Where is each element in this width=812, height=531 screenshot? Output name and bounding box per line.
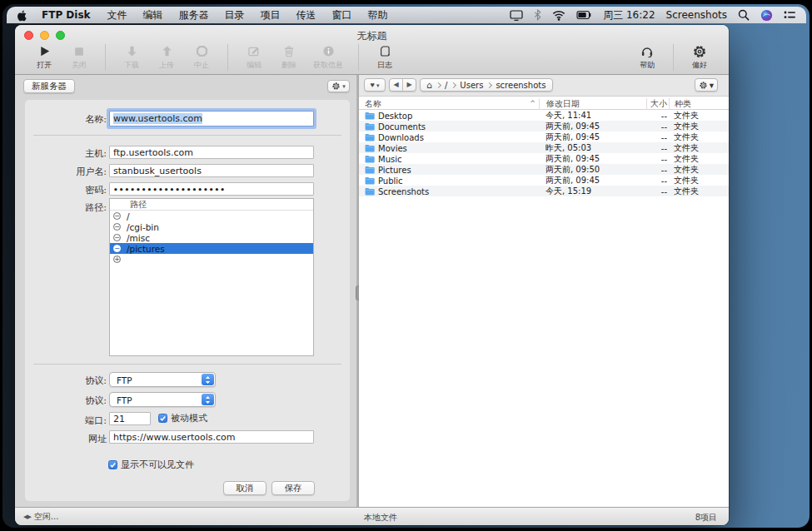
wifi-icon[interactable] <box>552 10 565 21</box>
favorites-button[interactable]: ♥ ▾ <box>364 78 386 92</box>
delete-button[interactable]: 删除 <box>273 43 305 71</box>
url-field[interactable]: https://www.usertools.com <box>109 430 314 444</box>
menu-item-help[interactable]: 帮助 <box>368 8 388 22</box>
column-header-size[interactable]: 大小 <box>646 98 669 110</box>
show-invisible-checkbox-row[interactable]: 显示不可以见文件 <box>108 459 194 471</box>
file-row[interactable]: Music 两天前, 09:45 -- 文件夹 <box>359 153 729 164</box>
cancel-button[interactable]: 取消 <box>223 481 267 495</box>
toolbar-separator <box>105 44 106 71</box>
breadcrumb-screenshots[interactable]: screenshots <box>496 80 545 90</box>
file-row[interactable]: Desktop 今天, 11:41 -- 文件夹 <box>359 110 729 121</box>
open-button[interactable]: 打开 <box>28 43 60 71</box>
display-icon[interactable] <box>510 9 523 22</box>
status-bar: ◀▶ 空闲... 本地文件 8项目 <box>15 507 729 525</box>
column-header-name[interactable]: 名称 ^ <box>359 98 539 110</box>
menu-item-server[interactable]: 服务器 <box>179 8 209 22</box>
chevron-down-icon: ▾ <box>376 82 380 88</box>
remove-path-icon[interactable]: − <box>113 212 121 220</box>
transfer-arrows-icon: ◀▶ <box>23 514 31 520</box>
folder-icon <box>365 133 375 141</box>
file-row[interactable]: Downloads 两天前, 09:45 -- 文件夹 <box>359 132 729 142</box>
path-bar: ⌂ / Users screenshots <box>420 78 553 92</box>
stop-octagon-icon <box>196 43 208 59</box>
path-row[interactable]: − /misc <box>110 232 313 243</box>
remove-path-icon[interactable]: − <box>113 245 121 252</box>
gear-icon <box>692 43 707 59</box>
chevron-down-icon: ▾ <box>710 80 714 90</box>
forward-button[interactable]: ▶ <box>403 79 416 91</box>
menu-bar: FTP Disk 文件 编辑 服务器 目录 项目 传送 窗口 帮助 周三 16:… <box>7 7 806 23</box>
passive-mode-checkbox-row[interactable]: 被动模式 <box>158 412 207 424</box>
title-bar[interactable]: 无标题 <box>15 25 729 45</box>
menu-item-app[interactable]: FTP Disk <box>42 9 91 21</box>
server-actions-gear-button[interactable]: ▾ <box>327 80 350 92</box>
spotlight-search-icon[interactable] <box>738 9 750 21</box>
path-row[interactable]: − / <box>110 211 313 221</box>
siri-icon[interactable] <box>760 9 773 22</box>
menu-item-edit[interactable]: 编辑 <box>143 8 163 22</box>
checkbox-checked-icon[interactable] <box>158 414 167 423</box>
log-button[interactable]: 日志 <box>369 43 401 71</box>
folder-icon <box>365 122 375 131</box>
close-server-button[interactable]: 关闭 <box>63 43 95 71</box>
save-button[interactable]: 保存 <box>271 481 315 495</box>
apple-menu-icon[interactable] <box>17 9 27 22</box>
add-path-icon[interactable]: + <box>113 256 121 263</box>
file-row[interactable]: Movies 昨天, 05:03 -- 文件夹 <box>359 142 729 153</box>
path-list[interactable]: 路径 − / − /cgi-bin − /misc − <box>109 198 314 356</box>
file-row[interactable]: Screenshots 今天, 15:19 -- 文件夹 <box>359 186 729 196</box>
breadcrumb-users[interactable]: Users <box>460 80 483 90</box>
window-title: 无标题 <box>15 29 729 43</box>
column-header-kind[interactable]: 种类 <box>669 98 729 110</box>
add-path-row[interactable]: + <box>110 254 313 265</box>
path-label: 路径: <box>25 201 107 214</box>
get-info-button[interactable]: 获取信息 <box>308 43 348 71</box>
preferences-button[interactable]: 偏好 <box>684 43 715 71</box>
menu-capture-app[interactable]: Screenshots <box>666 9 727 21</box>
server-form: 名称: www.usertools.com 主机: ftp.usertools.… <box>25 100 350 501</box>
menu-item-directory[interactable]: 目录 <box>225 8 245 22</box>
file-row[interactable]: Pictures 两天前, 09:50 -- 文件夹 <box>359 164 729 175</box>
status-idle: 空闲... <box>34 511 59 523</box>
server-pane-toolbar: 新服务器 ▾ <box>23 78 350 95</box>
show-invisible-label: 显示不可以见文件 <box>121 459 194 471</box>
protocol2-popup[interactable]: FTP <box>109 392 216 407</box>
bluetooth-icon[interactable] <box>534 9 541 21</box>
abort-button[interactable]: 中止 <box>186 43 217 71</box>
username-field[interactable]: stanbusk_usertools <box>109 164 314 177</box>
separator <box>33 135 341 136</box>
chevron-right-icon <box>451 82 456 88</box>
battery-icon[interactable] <box>576 10 592 20</box>
name-field[interactable]: www.usertools.com <box>109 111 314 127</box>
menu-item-window[interactable]: 窗口 <box>332 8 352 22</box>
menu-item-project[interactable]: 项目 <box>261 8 281 22</box>
stop-square-icon <box>73 43 85 59</box>
password-field[interactable]: •••••••••••••••••••• <box>109 182 314 196</box>
download-button[interactable]: 下载 <box>116 43 147 71</box>
back-button[interactable]: ◀ <box>390 79 402 91</box>
url-label: 网址 <box>25 433 107 445</box>
upload-button[interactable]: 上传 <box>151 43 182 71</box>
remove-path-icon[interactable]: − <box>113 234 121 241</box>
host-field[interactable]: ftp.usertools.com <box>109 146 314 159</box>
remove-path-icon[interactable]: − <box>113 223 121 231</box>
path-row-selected[interactable]: − /pictures <box>110 243 313 254</box>
menu-item-file[interactable]: 文件 <box>107 8 127 22</box>
browser-actions-gear-button[interactable]: ▾ <box>695 78 718 92</box>
new-server-button[interactable]: 新服务器 <box>23 79 75 93</box>
menu-clock[interactable]: 周三 16:22 <box>603 8 655 22</box>
column-header-date[interactable]: 修改日期 <box>539 98 646 110</box>
protocol1-popup[interactable]: FTP <box>109 372 216 387</box>
port-field[interactable]: 21 <box>109 412 151 425</box>
file-row[interactable]: Documents 两天前, 09:45 -- 文件夹 <box>359 121 729 132</box>
menu-item-transfer[interactable]: 传送 <box>296 8 316 22</box>
edit-button[interactable]: 编辑 <box>238 43 270 71</box>
file-row[interactable]: Public 两天前, 09:45 -- 文件夹 <box>359 175 729 186</box>
home-icon[interactable]: ⌂ <box>426 80 432 91</box>
notification-center-icon[interactable] <box>784 10 796 20</box>
help-button[interactable]: 帮助 <box>631 43 663 71</box>
name-label: 名称: <box>25 113 107 126</box>
path-row[interactable]: − /cgi-bin <box>110 221 313 232</box>
checkbox-checked-icon[interactable] <box>108 460 117 469</box>
breadcrumb-root[interactable]: / <box>445 80 447 90</box>
